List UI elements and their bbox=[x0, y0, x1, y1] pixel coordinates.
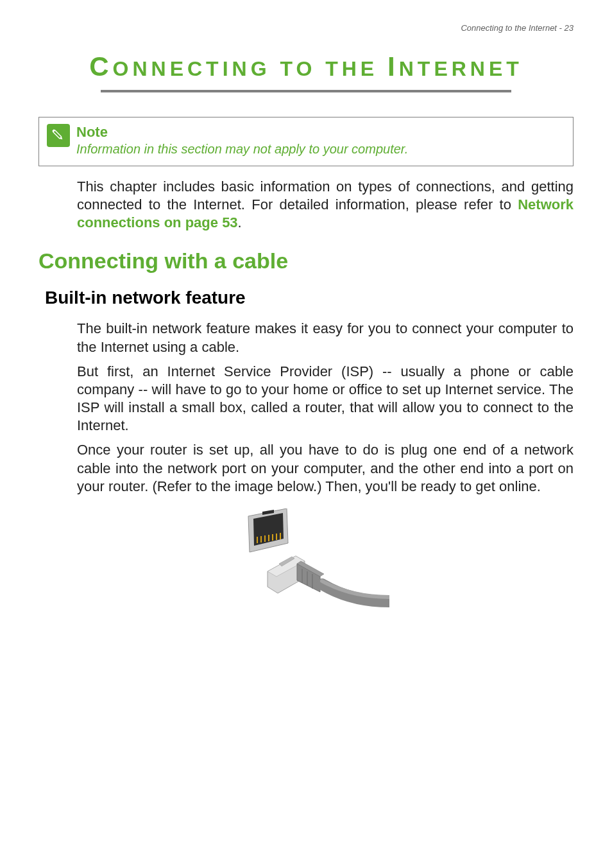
title-underline bbox=[101, 90, 511, 92]
title-cap-c: C bbox=[89, 51, 112, 82]
ethernet-illustration bbox=[223, 508, 389, 637]
title-rest-2: NTERNET bbox=[399, 57, 523, 80]
title-cap-i: I bbox=[387, 51, 399, 82]
body-paragraph-1: The built-in network feature makes it ea… bbox=[77, 320, 574, 356]
note-content: Note Information in this section may not… bbox=[76, 124, 565, 157]
pencil-note-icon bbox=[47, 124, 70, 147]
title-rest-1: ONNECTING bbox=[113, 57, 271, 80]
intro-text-after: . bbox=[238, 214, 242, 230]
body-paragraph-2: But first, an Internet Service Provider … bbox=[77, 363, 574, 435]
page-title: CONNECTING TO THE INTERNET bbox=[0, 51, 612, 82]
body-paragraph-3: Once your router is set up, all you have… bbox=[77, 441, 574, 495]
note-box: Note Information in this section may not… bbox=[38, 117, 574, 166]
note-title: Note bbox=[76, 124, 565, 141]
running-head: Connecting to the Internet - 23 bbox=[461, 23, 574, 33]
svg-marker-1 bbox=[60, 137, 64, 141]
note-body: Information in this section may not appl… bbox=[76, 142, 565, 157]
title-middle: TO THE bbox=[271, 57, 388, 80]
svg-rect-2 bbox=[52, 129, 55, 132]
subsection-heading-builtin: Built-in network feature bbox=[45, 288, 574, 308]
intro-text-before: This chapter includes basic information … bbox=[77, 178, 574, 213]
section-heading-cable: Connecting with a cable bbox=[38, 248, 574, 273]
intro-paragraph: This chapter includes basic information … bbox=[77, 178, 574, 232]
